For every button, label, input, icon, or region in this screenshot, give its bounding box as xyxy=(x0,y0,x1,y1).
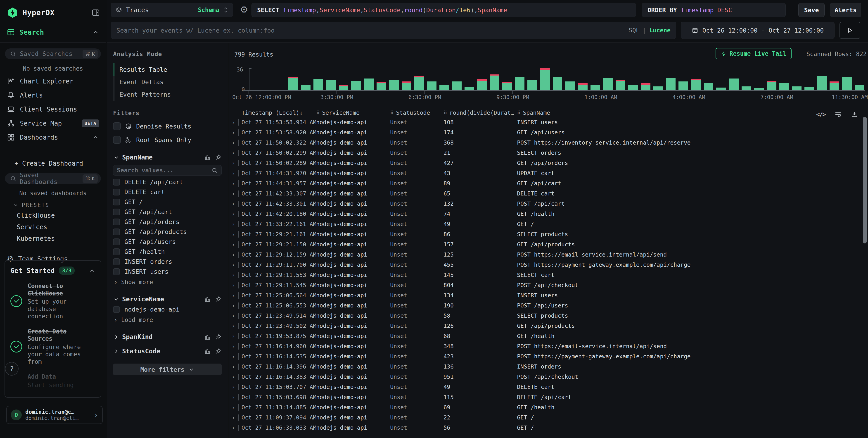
table-row[interactable]: › Oct 27 11:50:02.289 AM nodejs-demo-api… xyxy=(231,158,861,168)
expand-row-icon[interactable]: › xyxy=(231,221,235,228)
expand-row-icon[interactable]: › xyxy=(231,323,235,329)
histogram-bar[interactable] xyxy=(767,81,776,90)
filter-group-spanname[interactable]: SpanName xyxy=(113,154,222,161)
table-row[interactable]: › Oct 27 11:15:03.698 AM nodejs-demo-api… xyxy=(231,392,861,402)
histogram-bar[interactable] xyxy=(855,85,865,90)
histogram-bar[interactable] xyxy=(540,68,550,90)
histogram-bar[interactable] xyxy=(477,79,487,90)
table-row[interactable]: › Oct 27 11:16:14.383 AM nodejs-demo-api… xyxy=(231,372,861,382)
expand-row-icon[interactable]: › xyxy=(231,241,235,248)
sidebar-item-alerts[interactable]: Alerts xyxy=(0,88,106,102)
root-spans-toggle[interactable]: Root Spans Only xyxy=(113,136,222,144)
column-header-statuscode[interactable]: ⠿StatusCode xyxy=(390,110,443,116)
filter-group-statuscode[interactable]: StatusCode xyxy=(113,348,222,355)
table-row[interactable]: › Oct 27 11:29:11.553 AM nodejs-demo-api… xyxy=(231,270,861,280)
histogram-bar[interactable] xyxy=(439,85,449,90)
checkbox[interactable] xyxy=(113,136,121,144)
date-range-picker[interactable]: Oct 26 12:00:00 - Oct 27 12:00:00 xyxy=(681,22,835,39)
chevron-up-icon[interactable] xyxy=(92,134,99,141)
user-account-button[interactable]: D dominic.tran@c… dominic.tran@cli… › xyxy=(6,406,103,424)
table-row[interactable]: › Oct 27 11:09:37.094 AM nodejs-demo-api… xyxy=(231,412,861,422)
expand-row-icon[interactable]: › xyxy=(231,282,235,289)
analysis-mode-event-deltas[interactable]: Event Deltas xyxy=(114,76,222,88)
histogram-bar[interactable] xyxy=(842,77,852,90)
load-more-link[interactable]: › Load more xyxy=(113,317,222,323)
table-row[interactable]: › Oct 27 11:33:22.161 AM nodejs-demo-api… xyxy=(231,219,861,229)
expand-row-icon[interactable]: › xyxy=(231,150,235,156)
expand-row-icon[interactable]: › xyxy=(231,404,235,411)
table-row[interactable]: › Oct 27 11:44:31.970 AM nodejs-demo-api… xyxy=(231,168,861,178)
saved-searches-input[interactable]: Saved Searches ⌘ K xyxy=(5,49,101,59)
drag-handle-icon[interactable]: ⠿ xyxy=(390,110,394,116)
denoise-results-toggle[interactable]: Denoise Results xyxy=(113,122,222,130)
presets-toggle[interactable]: PRESETS xyxy=(0,199,106,210)
expand-row-icon[interactable]: › xyxy=(231,425,235,431)
table-row[interactable]: › Oct 27 11:13:14.885 AM nodejs-demo-api… xyxy=(231,402,861,412)
histogram-bar[interactable] xyxy=(326,80,336,91)
column-header-round-divide-durat-[interactable]: ⠿round(divide(Durat… xyxy=(443,110,517,116)
table-row[interactable]: › Oct 27 11:50:02.299 AM nodejs-demo-api… xyxy=(231,148,861,158)
histogram-bar[interactable] xyxy=(389,80,399,90)
sidebar-item-service-map[interactable]: Service Map BETA xyxy=(0,116,106,130)
expand-row-icon[interactable]: › xyxy=(231,200,235,207)
chart-toggle-icon[interactable] xyxy=(204,348,211,355)
histogram-bar[interactable] xyxy=(553,77,562,90)
checkbox[interactable] xyxy=(113,199,120,205)
histogram-bar[interactable] xyxy=(830,82,839,90)
table-row[interactable]: › Oct 27 11:06:33.033 AM nodejs-demo-api… xyxy=(231,422,861,433)
filter-option[interactable]: GET /api/cart xyxy=(113,208,222,215)
table-row[interactable]: › Oct 27 11:19:53.875 AM nodejs-demo-api… xyxy=(231,331,861,341)
events-histogram[interactable] xyxy=(249,68,865,90)
filter-option[interactable]: nodejs-demo-api xyxy=(113,306,222,313)
histogram-bar[interactable] xyxy=(666,78,676,90)
create-dashboard-button[interactable]: + Create Dashboard xyxy=(0,157,106,167)
filter-group-servicename[interactable]: ServiceName xyxy=(113,295,222,303)
chart-toggle-icon[interactable] xyxy=(204,296,211,303)
histogram-bar[interactable] xyxy=(490,75,499,90)
histogram-bar[interactable] xyxy=(653,86,663,90)
histogram-bar[interactable] xyxy=(729,79,739,90)
table-row[interactable]: › Oct 27 11:50:02.322 AM nodejs-demo-api… xyxy=(231,138,861,148)
table-row[interactable]: › Oct 27 11:15:03.707 AM nodejs-demo-api… xyxy=(231,382,861,392)
histogram-bar[interactable] xyxy=(565,82,575,90)
table-row[interactable]: › Oct 27 11:44:31.957 AM nodejs-demo-api… xyxy=(231,178,861,188)
expand-row-icon[interactable]: › xyxy=(231,292,235,299)
histogram-bar[interactable] xyxy=(792,86,802,90)
table-row[interactable]: › Oct 27 11:42:33.301 AM nodejs-demo-api… xyxy=(231,199,861,209)
histogram-bar[interactable] xyxy=(527,80,537,90)
histogram-bar[interactable] xyxy=(351,81,361,90)
save-button[interactable]: Save xyxy=(798,3,825,17)
filter-option[interactable]: GET /api/products xyxy=(113,228,222,235)
pin-icon[interactable] xyxy=(215,334,222,341)
select-query-input[interactable]: SELECT Timestamp,ServiceName,StatusCode,… xyxy=(251,3,636,17)
scrollbar-thumb[interactable] xyxy=(863,117,867,243)
histogram-bar[interactable] xyxy=(641,83,650,90)
filter-option[interactable]: GET /health xyxy=(113,248,222,255)
run-query-button[interactable] xyxy=(839,22,860,39)
expand-row-icon[interactable]: › xyxy=(231,302,235,309)
saved-dashboards-input[interactable]: Saved Dashboards ⌘ K xyxy=(5,173,101,184)
histogram-bar[interactable] xyxy=(313,79,323,90)
histogram-bar[interactable] xyxy=(704,83,714,90)
gear-icon[interactable]: ⚙ xyxy=(240,4,248,15)
sidebar-item-search[interactable]: Search xyxy=(0,24,106,42)
checkbox[interactable] xyxy=(113,268,120,275)
show-more-link[interactable]: › Show more xyxy=(113,279,222,286)
histogram-bar[interactable] xyxy=(414,76,424,90)
histogram-bar[interactable] xyxy=(502,82,512,90)
drag-handle-icon[interactable]: ⠿ xyxy=(443,110,447,116)
lucene-mode-toggle[interactable]: Lucene xyxy=(649,27,671,34)
table-row[interactable]: › Oct 27 11:16:14.960 AM nodejs-demo-api… xyxy=(231,341,861,351)
more-filters-button[interactable]: More filters xyxy=(113,363,222,375)
checkbox[interactable] xyxy=(113,189,120,196)
checkbox[interactable] xyxy=(113,179,120,185)
filter-option[interactable]: INSERT users xyxy=(113,268,222,275)
expand-row-icon[interactable]: › xyxy=(231,262,235,268)
expand-row-icon[interactable]: › xyxy=(231,129,235,136)
expand-row-icon[interactable]: › xyxy=(231,353,235,360)
schema-button[interactable]: Schema xyxy=(198,6,219,13)
expand-row-icon[interactable]: › xyxy=(231,414,235,421)
spanname-value-search-input[interactable]: Search values... xyxy=(113,165,222,176)
expand-row-icon[interactable]: › xyxy=(231,363,235,370)
expand-row-icon[interactable]: › xyxy=(231,190,235,197)
